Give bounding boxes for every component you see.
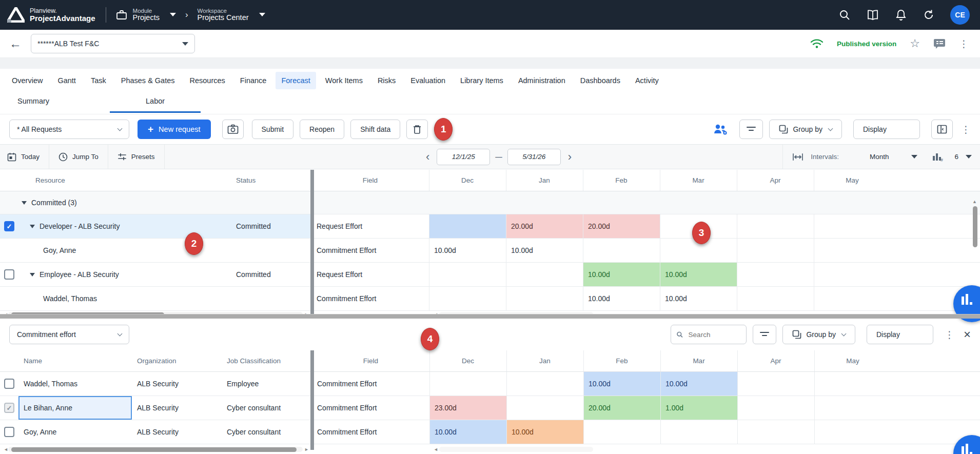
interval-count-value[interactable]: 6	[954, 153, 958, 161]
col-dec[interactable]: Dec	[429, 170, 506, 191]
collapse-caret-icon[interactable]	[22, 201, 27, 205]
col-field[interactable]: Field	[310, 170, 429, 191]
tab-overview[interactable]: Overview	[6, 72, 48, 89]
cell-feb[interactable]: 10.00d	[583, 287, 660, 310]
tab-finance[interactable]: Finance	[234, 72, 272, 89]
row-checkbox[interactable]	[4, 427, 14, 437]
col-job-classification[interactable]: Job Classification	[222, 350, 311, 371]
search-input[interactable]	[688, 330, 741, 339]
collapse-caret-icon[interactable]	[30, 225, 35, 228]
vertical-pane-splitter[interactable]	[310, 170, 314, 314]
cell-apr[interactable]	[737, 239, 814, 262]
group-row-committed[interactable]: Committed (3)	[0, 191, 980, 214]
col-feb[interactable]: Feb	[583, 170, 660, 191]
filter-button[interactable]	[739, 120, 763, 139]
help-book-icon[interactable]	[866, 9, 879, 21]
group-by-button-bottom[interactable]: Group by	[782, 325, 855, 344]
cell-dec[interactable]: 23.00d	[429, 396, 506, 420]
requests-filter-select[interactable]: * All Requests	[9, 120, 129, 139]
row-checkbox[interactable]	[4, 403, 14, 413]
cell-mar[interactable]: 10.00d	[660, 287, 737, 310]
tab-activity[interactable]: Activity	[630, 72, 664, 89]
cell-jan[interactable]	[506, 396, 583, 420]
cell-may[interactable]	[814, 239, 891, 262]
cell-mar[interactable]: 1.00d	[660, 396, 737, 420]
cell-dec[interactable]: 10.00d	[429, 420, 506, 444]
scroll-right-icon[interactable]: ►	[303, 447, 310, 452]
cell-feb[interactable]	[583, 420, 660, 444]
cell-jan[interactable]	[506, 372, 583, 396]
cell-may[interactable]	[814, 287, 891, 310]
refresh-icon[interactable]	[923, 9, 935, 21]
col-field[interactable]: Field	[311, 350, 429, 371]
table-row-employee[interactable]: Employee - ALB Security Committed Reques…	[0, 263, 980, 287]
cell-jan[interactable]: 10.00d	[506, 239, 583, 262]
cell-apr[interactable]	[737, 420, 814, 444]
scroll-left-icon[interactable]: ◄	[432, 447, 440, 452]
next-period-icon[interactable]: ›	[566, 150, 574, 164]
snapshot-camera-button[interactable]	[222, 120, 244, 139]
user-avatar[interactable]: CE	[950, 5, 970, 25]
group-by-button[interactable]: Group by	[769, 120, 842, 139]
cell-apr[interactable]	[737, 214, 814, 238]
vertical-pane-splitter-bottom[interactable]	[310, 350, 314, 450]
cell-jan[interactable]	[506, 263, 583, 286]
col-apr[interactable]: Apr	[737, 170, 814, 191]
cell-jan[interactable]: 10.00d	[506, 420, 583, 444]
delete-button[interactable]	[406, 120, 428, 139]
tab-dashboards[interactable]: Dashboards	[575, 72, 626, 89]
search-icon[interactable]	[838, 9, 851, 21]
cell-mar[interactable]: 10.00d	[660, 372, 737, 396]
table-row-waddel-thomas[interactable]: Waddel, Thomas Commitment Effort 10.00d …	[0, 287, 980, 311]
cell-feb[interactable]: 20.00d	[583, 214, 660, 238]
horizontal-pane-splitter[interactable]	[0, 314, 980, 319]
project-selector[interactable]: ******ALB Test F&C	[31, 34, 195, 53]
reopen-button[interactable]: Reopen	[300, 120, 344, 139]
feedback-icon[interactable]	[933, 38, 946, 49]
subtab-summary[interactable]: Summary	[17, 92, 49, 111]
table-row-goy[interactable]: Goy, Anne ALB Security Cyber consultant …	[0, 420, 980, 444]
tab-risks[interactable]: Risks	[372, 72, 401, 89]
interval-value[interactable]: Month	[870, 153, 889, 161]
cell-dec[interactable]	[429, 214, 506, 238]
cell-mar[interactable]	[660, 420, 737, 444]
cell-feb[interactable]: 10.00d	[583, 372, 660, 396]
scroll-up-icon[interactable]: ▲	[972, 199, 977, 204]
row-checkbox[interactable]	[4, 221, 14, 231]
cell-apr[interactable]	[737, 396, 814, 420]
table-row-developer[interactable]: Developer - ALB Security Committed Reque…	[0, 214, 980, 239]
subtab-labor[interactable]: Labor	[110, 92, 201, 113]
scroll-thumb[interactable]	[11, 447, 297, 452]
submit-button[interactable]: Submit	[252, 120, 294, 139]
cell-jan[interactable]	[506, 287, 583, 310]
resource-assignment-icon[interactable]	[713, 123, 728, 136]
col-jan[interactable]: Jan	[506, 170, 583, 191]
col-jan[interactable]: Jan	[506, 350, 583, 371]
col-mar[interactable]: Mar	[660, 350, 737, 371]
col-apr[interactable]: Apr	[737, 350, 814, 371]
vertical-scroll-thumb[interactable]	[973, 206, 977, 247]
tab-library-items[interactable]: Library Items	[455, 72, 509, 89]
cell-dec[interactable]	[429, 372, 506, 396]
search-box[interactable]	[671, 325, 747, 344]
table-row-waddel[interactable]: Waddel, Thomas ALB Security Employee Com…	[0, 372, 980, 396]
date-to-input[interactable]	[507, 149, 561, 165]
tab-phases-gates[interactable]: Phases & Gates	[115, 72, 181, 89]
tab-work-items[interactable]: Work Items	[320, 72, 368, 89]
cell-may[interactable]	[814, 372, 891, 396]
tab-gantt[interactable]: Gantt	[52, 72, 81, 89]
interval-chevron-icon[interactable]	[911, 155, 917, 159]
col-status[interactable]: Status	[231, 170, 310, 191]
previous-period-icon[interactable]: ‹	[424, 150, 432, 164]
tab-resources[interactable]: Resources	[184, 72, 231, 89]
field-filter-select[interactable]: Commitment effort	[9, 325, 129, 344]
col-may[interactable]: May	[814, 350, 891, 371]
cell-dec[interactable]	[429, 263, 506, 286]
cell-apr[interactable]	[737, 372, 814, 396]
col-name[interactable]: Name	[18, 350, 132, 371]
collapse-caret-icon[interactable]	[30, 273, 35, 277]
col-may[interactable]: May	[814, 170, 891, 191]
presets-button[interactable]: Presets	[108, 145, 165, 169]
name-value[interactable]: Le Bihan, Anne	[18, 396, 132, 420]
shift-data-button[interactable]: Shift data	[350, 120, 400, 139]
